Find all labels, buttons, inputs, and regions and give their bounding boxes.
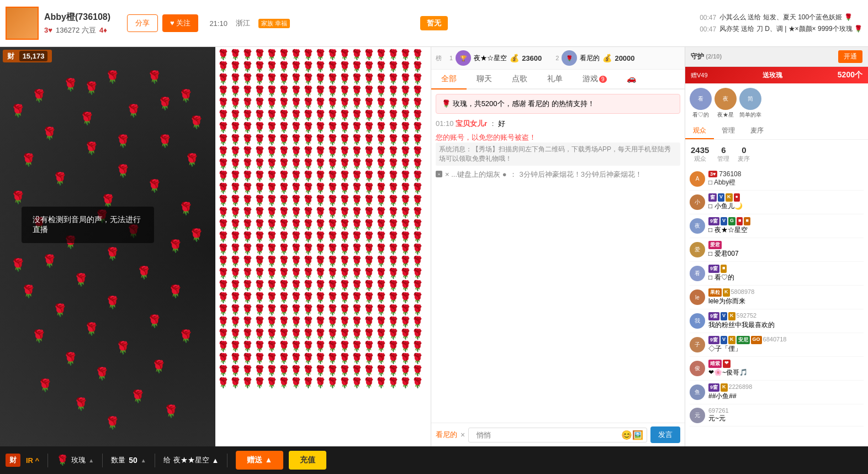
fan-list[interactable]: A 3♥ 736108 □ Abby橙 小 窗 V K [685, 165, 868, 446]
rose-2: 🌹 [105, 70, 120, 85]
rose-10: 🌹 [157, 134, 172, 149]
rose-center: 🌹 [105, 247, 120, 261]
recharge-button[interactable]: 充值 [289, 451, 326, 470]
guard-name2: 夜★星 [717, 111, 734, 119]
fan-info: 果粒 K 5808978 lele为你而来 [708, 288, 864, 306]
avatar-image [7, 8, 38, 39]
chat-system-msg: 系统消息：【秀场】扫描房间左下角二维码，下载秀场APP，每天用手机登陆秀场可以领… [436, 143, 680, 166]
rose-46: 🌹 [157, 97, 172, 111]
fan-avatar: 夜 [690, 218, 705, 234]
fan-item: 元 697261 元~元 [690, 404, 864, 426]
rose-43: 🌹 [105, 416, 120, 430]
streamer-avatar [6, 7, 39, 40]
tab-car[interactable]: 🚗 [617, 70, 646, 89]
fan-tab-audience[interactable]: 观众 [685, 123, 714, 139]
ir-text: IR ^ [26, 456, 39, 465]
stream-time: 21:10 [209, 19, 227, 28]
rank2-amount: 20000 [615, 54, 634, 62]
gift-icon: 🌹 [56, 454, 68, 466]
separator1 [47, 454, 48, 467]
rose-24: 🌹 [42, 254, 57, 268]
rose-31: 🌹 [147, 314, 162, 329]
fan-info: 9窗 ■ □ 看♡的 [708, 265, 864, 282]
rank1-entry: 1 🏆 夜★☆星空 💰 23600 [449, 50, 542, 66]
rose-30: 🌹 [52, 303, 67, 318]
fan-info: 9窗 V G ■ ■ □ 夜★☆星空 [708, 217, 864, 235]
rose-29: 🌹 [105, 296, 120, 310]
emoji-button[interactable]: 😊 [621, 430, 632, 440]
fan-item: 爱 爱君 □ 爱君007 [690, 238, 864, 262]
send-gift-button[interactable]: 赠送 ▲ [236, 451, 283, 470]
mic-stat: 0 麦序 [738, 145, 750, 163]
fan-avatar: 子 [690, 337, 705, 352]
chat-panel: 榜 1 🏆 夜★☆星空 💰 23600 2 🌹 看尼的 💰 20000 [431, 47, 685, 446]
to-user-selector[interactable]: 给 夜★★星空 ▲ [163, 455, 219, 465]
rose-13: 🌹 [184, 153, 199, 167]
qty-label: 数量 [111, 455, 125, 465]
rose-12: 🌹 [21, 153, 36, 167]
fan-info: 9窗 K 2226898 ##小鱼## [708, 383, 864, 401]
chat-input[interactable] [472, 428, 621, 442]
rose-16: 🌹 [147, 179, 162, 193]
guard-av3: 简 [739, 88, 761, 110]
fan-item: 鱼 9窗 K 2226898 ##小鱼## [690, 381, 864, 404]
rose-14: 🌹 [115, 164, 130, 178]
tab-chat[interactable]: 聊天 [467, 70, 502, 89]
rose-28: 🌹 [168, 285, 183, 299]
chat-area[interactable]: 🌹 玫瑰，共5200个，感谢 看尼的 的热情支持！ 01:10 宝贝女儿r ： … [431, 89, 685, 423]
rose-8: 🌹 [189, 115, 204, 130]
streamer-name: Abby橙(736108) [44, 12, 110, 23]
separator2 [102, 454, 103, 467]
tab-song[interactable]: 点歌 [502, 70, 537, 89]
fan-tab-manage[interactable]: 管理 [714, 123, 743, 139]
audience-stat: 2435 观众 [691, 145, 709, 163]
chat-close-button[interactable]: × [461, 430, 465, 439]
share-button[interactable]: 分享 [127, 14, 158, 32]
stream-location: 浙江 [236, 18, 250, 28]
rose-announcement: 🌹 玫瑰，共5200个，感谢 看尼的 的热情支持！ [436, 94, 680, 114]
chat-msg-2: × × ...键盘上的烟灰 ● ： 3分钟后神豪烟花！3分钟后神豪烟花！ [436, 169, 680, 180]
rank1-avatar: 🏆 [456, 50, 471, 66]
rose-send-box: 赠V49 送玫瑰 5200个 [685, 67, 868, 83]
open-guard-button[interactable]: 开通 [838, 50, 862, 63]
manage-stat: 6 管理 [717, 145, 729, 163]
rose-grid: 🌹🌹🌹🌹🌹🌹🌹🌹🌹🌹🌹🌹🌹🌹🌹🌹🌹🌹🌹🌹🌹🌹🌹🌹🌹🌹🌹🌹🌹🌹🌹🌹🌹🌹🌹🌹🌹🌹🌹🌹… [215, 47, 431, 391]
qty-up-icon[interactable]: ▲ [141, 457, 146, 464]
rose-27: 🌹 [21, 285, 36, 299]
tab-all[interactable]: 全部 [431, 70, 467, 89]
overlay-message: 没有检测到音局的声，无法进行直播 [22, 207, 154, 243]
right-side-panel: 守护 (2/10) 开通 赠V49 送玫瑰 5200个 看 看♡的 夜 夜★星 … [685, 47, 868, 446]
rose-spiral: 🌹 🌹 🌹 🌹 🌹 🌹 🌹 🌹 🌹 🌹 🌹 🌹 🌹 🌹 🌹 🌹 🌹 🌹 🌹 [0, 47, 210, 446]
fan-avatar: 我 [690, 313, 705, 329]
tab-gifts[interactable]: 礼单 [537, 70, 573, 89]
rose-50: 🌹 [10, 258, 25, 272]
send-button[interactable]: 发言 [650, 426, 680, 443]
fan-info: 靖紫 ❤ ❤🌸~俊哥🎵 [708, 360, 864, 377]
guard-av1: 看 [690, 88, 712, 110]
fan-tab-mic[interactable]: 麦序 [743, 123, 771, 139]
fan-stats: 2435 观众 6 管理 0 麦序 [685, 143, 868, 165]
gift-arrow-icon: ▲ [88, 457, 94, 464]
tab-games[interactable]: 游戏9 [573, 70, 617, 89]
fan-avatar: 爱 [690, 242, 705, 257]
guard-avatar-3: 简 简单的幸 [739, 88, 761, 119]
rose-49: 🌹 [189, 228, 204, 243]
rose-47: 🌹 [84, 81, 99, 96]
chat-warning: 您的账号，以免您的账号被盗！ [436, 133, 680, 143]
family-tag: 家族 幸福 [258, 19, 290, 28]
image-button[interactable]: 🖼️ [632, 430, 643, 440]
fan-avatar: A [690, 171, 705, 187]
gift-selector[interactable]: 🌹 玫瑰 ▲ [56, 454, 94, 466]
guard-name3: 简单的幸 [739, 111, 761, 119]
video-area: 🌹 🌹 🌹 🌹 🌹 🌹 🌹 🌹 🌹 🌹 🌹 🌹 🌹 🌹 🌹 🌹 🌹 🌹 🌹 [0, 47, 431, 446]
rose-37: 🌹 [151, 360, 166, 374]
gift-name: 玫瑰 [71, 455, 86, 465]
svg-text:×: × [438, 172, 441, 177]
follow-button[interactable]: ♥ 关注 [162, 14, 198, 32]
rose-42: 🌹 [163, 404, 178, 419]
leaderboard-label: 榜 [436, 54, 442, 62]
rose-18: 🌹 [178, 202, 193, 216]
fan-info: 3♥ 736108 □ Abby橙 [708, 170, 864, 187]
fan-avatar: 元 [690, 408, 705, 423]
fan-tabs: 观众 管理 麦序 [685, 123, 868, 140]
